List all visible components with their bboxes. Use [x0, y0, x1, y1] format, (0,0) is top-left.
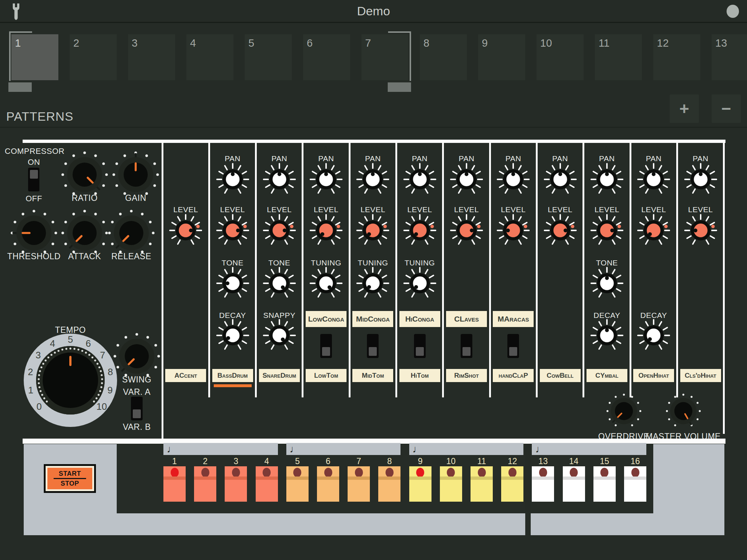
knob-overdrive[interactable]: [605, 392, 643, 432]
rimshot-pan-knob[interactable]: [449, 162, 484, 198]
bassdrum-decay-knob[interactable]: [215, 318, 250, 354]
lowtom-level-knob[interactable]: [309, 213, 344, 249]
instrument-label-rimshot[interactable]: RimShot: [446, 369, 487, 382]
midtom-mode-switch[interactable]: [367, 334, 379, 358]
clsdhihat-pan-knob[interactable]: [683, 162, 718, 198]
pattern-cell-11[interactable]: 11: [595, 34, 642, 80]
step-button-8[interactable]: [378, 466, 400, 502]
hitom-tuning-knob[interactable]: [402, 266, 437, 302]
pattern-cell-7[interactable]: 7: [361, 34, 409, 80]
lowtom-pan-knob[interactable]: [309, 162, 344, 198]
instrument-label-accent[interactable]: ACcent: [165, 369, 206, 382]
variation-switch[interactable]: [131, 397, 143, 420]
instrument-label-openhihat[interactable]: OpenHihat: [633, 369, 674, 382]
instrument-label-handclap[interactable]: handClaP: [493, 369, 534, 382]
lowtom-alt-label[interactable]: LowConga: [306, 311, 347, 327]
step-button-11[interactable]: [471, 466, 493, 502]
loop-end-tab[interactable]: [388, 82, 411, 92]
instrument-label-snaredrum[interactable]: SnareDrum: [259, 369, 300, 382]
step-button-3[interactable]: [225, 466, 247, 502]
hitom-level-knob[interactable]: [402, 213, 437, 249]
step-button-9[interactable]: [409, 466, 431, 502]
accent-level-knob[interactable]: [168, 213, 203, 249]
instrument-label-midtom[interactable]: MidTom: [352, 369, 393, 382]
instrument-label-bassdrum[interactable]: BassDrum: [212, 369, 253, 382]
step-button-6[interactable]: [317, 466, 339, 502]
step-button-5[interactable]: [286, 466, 309, 502]
lowtom-mode-switch[interactable]: [320, 334, 332, 358]
step-button-16[interactable]: [624, 466, 646, 502]
note-bar-group-1[interactable]: ♩: [163, 443, 278, 455]
handclap-alt-label[interactable]: MAracas: [493, 311, 534, 327]
step-button-7[interactable]: [348, 466, 370, 502]
openhihat-decay-knob[interactable]: [636, 318, 671, 354]
cymbal-pan-knob[interactable]: [589, 162, 624, 198]
step-button-4[interactable]: [256, 466, 278, 502]
knob-ratio-label: RATIO: [55, 193, 114, 203]
pattern-cell-1[interactable]: 1: [11, 34, 58, 80]
note-bar-group-2[interactable]: ♩: [286, 443, 401, 455]
pattern-cell-4[interactable]: 4: [186, 34, 233, 80]
step-button-13[interactable]: [532, 466, 554, 502]
handclap-pan-knob[interactable]: [496, 162, 531, 198]
rimshot-level-knob[interactable]: [449, 213, 484, 249]
openhihat-level-knob[interactable]: [636, 213, 671, 249]
cymbal-decay-knob[interactable]: [589, 318, 624, 354]
pattern-cell-13[interactable]: 13: [712, 34, 747, 80]
record-indicator[interactable]: [727, 5, 739, 18]
step-button-12[interactable]: [501, 466, 523, 502]
cowbell-pan-knob[interactable]: [543, 162, 578, 198]
loop-start-tab[interactable]: [8, 82, 32, 92]
instrument-label-hitom[interactable]: HiTom: [399, 369, 440, 382]
cymbal-tone-knob[interactable]: [589, 266, 624, 302]
bassdrum-pan-knob[interactable]: [215, 162, 250, 198]
bassdrum-tone-knob[interactable]: [215, 266, 250, 302]
rimshot-alt-label[interactable]: CLaves: [446, 311, 487, 327]
openhihat-pan-knob[interactable]: [636, 162, 671, 198]
bassdrum-level-knob[interactable]: [215, 213, 250, 249]
step-button-15[interactable]: [593, 466, 616, 502]
step-led: [539, 468, 547, 477]
step-button-2[interactable]: [194, 466, 216, 502]
snaredrum-level-knob[interactable]: [262, 213, 297, 249]
pattern-cell-8[interactable]: 8: [420, 34, 467, 80]
lowtom-tuning-knob[interactable]: [309, 266, 344, 302]
snaredrum-snappy-knob[interactable]: [262, 318, 297, 354]
compressor-switch[interactable]: [28, 168, 39, 191]
step-button-10[interactable]: [440, 466, 462, 502]
knob-master-volume[interactable]: [664, 392, 703, 432]
handclap-level-knob[interactable]: [496, 213, 531, 249]
handclap-mode-switch[interactable]: [507, 334, 519, 358]
hitom-alt-label[interactable]: HiConga: [399, 311, 440, 327]
step-button-1[interactable]: [163, 466, 186, 502]
rimshot-mode-switch[interactable]: [461, 334, 472, 358]
pattern-cell-12[interactable]: 12: [653, 34, 700, 80]
note-bar-group-4[interactable]: ♩: [532, 443, 646, 455]
pattern-cell-6[interactable]: 6: [303, 34, 350, 80]
remove-pattern-button[interactable]: −: [712, 94, 741, 123]
pattern-cell-5[interactable]: 5: [245, 34, 292, 80]
hitom-mode-switch[interactable]: [414, 334, 426, 358]
instrument-label-lowtom[interactable]: LowTom: [306, 369, 347, 382]
pattern-cell-2[interactable]: 2: [70, 34, 117, 80]
note-bar-group-3[interactable]: ♩: [409, 443, 524, 455]
hitom-pan-knob[interactable]: [402, 162, 437, 198]
snaredrum-pan-knob[interactable]: [262, 162, 297, 198]
clsdhihat-level-knob[interactable]: [683, 213, 718, 249]
step-button-14[interactable]: [563, 466, 585, 502]
midtom-pan-knob[interactable]: [355, 162, 390, 198]
cowbell-level-knob[interactable]: [543, 213, 578, 249]
pattern-cell-9[interactable]: 9: [478, 34, 525, 80]
midtom-tuning-knob[interactable]: [355, 266, 390, 302]
instrument-label-clsdhihat[interactable]: Cls'dHihat: [680, 369, 721, 382]
pattern-cell-3[interactable]: 3: [128, 34, 175, 80]
instrument-label-cymbal[interactable]: CYmbal: [587, 369, 627, 382]
midtom-alt-label[interactable]: MidConga: [352, 311, 393, 327]
instrument-label-cowbell[interactable]: CowBell: [540, 369, 581, 382]
pattern-cell-10[interactable]: 10: [537, 34, 584, 80]
snaredrum-tone-knob[interactable]: [262, 266, 297, 302]
midtom-level-knob[interactable]: [355, 213, 390, 249]
add-pattern-button[interactable]: +: [670, 94, 699, 123]
start-stop-button[interactable]: START STOP: [44, 464, 96, 493]
cymbal-level-knob[interactable]: [589, 213, 624, 249]
